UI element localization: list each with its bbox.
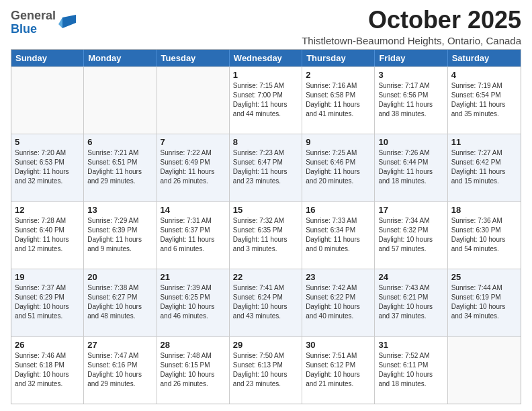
day-number: 19 bbox=[15, 272, 80, 282]
day-info: Sunrise: 7:36 AM Sunset: 6:30 PM Dayligh… bbox=[451, 216, 517, 254]
day-number: 3 bbox=[378, 70, 443, 80]
day-info: Sunrise: 7:43 AM Sunset: 6:21 PM Dayligh… bbox=[378, 283, 443, 321]
day-info: Sunrise: 7:34 AM Sunset: 6:32 PM Dayligh… bbox=[378, 216, 443, 254]
calendar: SundayMondayTuesdayWednesdayThursdayFrid… bbox=[11, 49, 521, 404]
header-day-monday: Monday bbox=[84, 50, 157, 66]
header-day-wednesday: Wednesday bbox=[230, 50, 302, 66]
day-number: 8 bbox=[233, 137, 298, 147]
day-number: 22 bbox=[233, 272, 298, 282]
day-number: 4 bbox=[451, 70, 517, 80]
day-cell-12: 12Sunrise: 7:28 AM Sunset: 6:40 PM Dayli… bbox=[11, 202, 84, 269]
day-cell-5: 5Sunrise: 7:20 AM Sunset: 6:53 PM Daylig… bbox=[11, 134, 84, 201]
day-cell-3: 3Sunrise: 7:17 AM Sunset: 6:56 PM Daylig… bbox=[375, 67, 447, 134]
day-info: Sunrise: 7:51 AM Sunset: 6:12 PM Dayligh… bbox=[306, 351, 371, 389]
week-1: 1Sunrise: 7:15 AM Sunset: 7:00 PM Daylig… bbox=[11, 66, 521, 134]
day-number: 2 bbox=[306, 70, 371, 80]
day-number: 28 bbox=[161, 340, 226, 350]
day-cell-empty-4-6 bbox=[448, 337, 521, 404]
day-info: Sunrise: 7:38 AM Sunset: 6:27 PM Dayligh… bbox=[87, 283, 152, 321]
day-number: 24 bbox=[378, 272, 443, 282]
day-number: 12 bbox=[15, 205, 80, 215]
day-info: Sunrise: 7:17 AM Sunset: 6:56 PM Dayligh… bbox=[378, 81, 443, 119]
day-cell-7: 7Sunrise: 7:22 AM Sunset: 6:49 PM Daylig… bbox=[157, 134, 230, 201]
logo: General Blue bbox=[11, 9, 76, 36]
header: General Blue October 2025 Thistletown-Be… bbox=[11, 7, 521, 46]
day-cell-31: 31Sunrise: 7:52 AM Sunset: 6:11 PM Dayli… bbox=[375, 337, 447, 404]
day-info: Sunrise: 7:26 AM Sunset: 6:44 PM Dayligh… bbox=[378, 148, 443, 186]
day-cell-22: 22Sunrise: 7:41 AM Sunset: 6:24 PM Dayli… bbox=[230, 269, 302, 336]
day-cell-24: 24Sunrise: 7:43 AM Sunset: 6:21 PM Dayli… bbox=[375, 269, 447, 336]
day-info: Sunrise: 7:37 AM Sunset: 6:29 PM Dayligh… bbox=[15, 283, 80, 321]
day-cell-13: 13Sunrise: 7:29 AM Sunset: 6:39 PM Dayli… bbox=[84, 202, 157, 269]
week-3: 12Sunrise: 7:28 AM Sunset: 6:40 PM Dayli… bbox=[11, 201, 521, 269]
day-info: Sunrise: 7:33 AM Sunset: 6:34 PM Dayligh… bbox=[306, 216, 371, 254]
day-number: 30 bbox=[306, 340, 371, 350]
calendar-body: 1Sunrise: 7:15 AM Sunset: 7:00 PM Daylig… bbox=[11, 66, 521, 404]
day-number: 17 bbox=[378, 205, 443, 215]
svg-marker-0 bbox=[62, 15, 76, 28]
header-day-thursday: Thursday bbox=[302, 50, 375, 66]
logo-icon bbox=[57, 13, 76, 32]
day-info: Sunrise: 7:19 AM Sunset: 6:54 PM Dayligh… bbox=[451, 81, 517, 119]
day-number: 13 bbox=[87, 205, 152, 215]
week-4: 19Sunrise: 7:37 AM Sunset: 6:29 PM Dayli… bbox=[11, 269, 521, 336]
day-cell-6: 6Sunrise: 7:21 AM Sunset: 6:51 PM Daylig… bbox=[84, 134, 157, 201]
day-number: 14 bbox=[161, 205, 226, 215]
day-info: Sunrise: 7:21 AM Sunset: 6:51 PM Dayligh… bbox=[87, 148, 152, 186]
day-info: Sunrise: 7:20 AM Sunset: 6:53 PM Dayligh… bbox=[15, 148, 80, 186]
page: General Blue October 2025 Thistletown-Be… bbox=[0, 0, 532, 411]
day-cell-18: 18Sunrise: 7:36 AM Sunset: 6:30 PM Dayli… bbox=[448, 202, 521, 269]
logo-general: General bbox=[11, 9, 56, 22]
day-info: Sunrise: 7:28 AM Sunset: 6:40 PM Dayligh… bbox=[15, 216, 80, 254]
day-cell-20: 20Sunrise: 7:38 AM Sunset: 6:27 PM Dayli… bbox=[84, 269, 157, 336]
day-info: Sunrise: 7:46 AM Sunset: 6:18 PM Dayligh… bbox=[15, 351, 80, 389]
day-number: 29 bbox=[233, 340, 298, 350]
header-day-tuesday: Tuesday bbox=[157, 50, 230, 66]
day-info: Sunrise: 7:25 AM Sunset: 6:46 PM Dayligh… bbox=[306, 148, 371, 186]
day-cell-14: 14Sunrise: 7:31 AM Sunset: 6:37 PM Dayli… bbox=[157, 202, 230, 269]
day-number: 15 bbox=[233, 205, 298, 215]
day-number: 16 bbox=[306, 205, 371, 215]
day-cell-16: 16Sunrise: 7:33 AM Sunset: 6:34 PM Dayli… bbox=[302, 202, 375, 269]
day-info: Sunrise: 7:39 AM Sunset: 6:25 PM Dayligh… bbox=[161, 283, 226, 321]
day-number: 5 bbox=[15, 137, 80, 147]
logo-blue: Blue bbox=[11, 22, 37, 36]
day-cell-29: 29Sunrise: 7:50 AM Sunset: 6:13 PM Dayli… bbox=[230, 337, 302, 404]
day-cell-27: 27Sunrise: 7:47 AM Sunset: 6:16 PM Dayli… bbox=[84, 337, 157, 404]
day-info: Sunrise: 7:31 AM Sunset: 6:37 PM Dayligh… bbox=[161, 216, 226, 254]
header-day-sunday: Sunday bbox=[11, 50, 84, 66]
day-info: Sunrise: 7:16 AM Sunset: 6:58 PM Dayligh… bbox=[306, 81, 371, 119]
day-info: Sunrise: 7:23 AM Sunset: 6:47 PM Dayligh… bbox=[233, 148, 298, 186]
day-cell-8: 8Sunrise: 7:23 AM Sunset: 6:47 PM Daylig… bbox=[230, 134, 302, 201]
day-number: 25 bbox=[451, 272, 517, 282]
day-cell-26: 26Sunrise: 7:46 AM Sunset: 6:18 PM Dayli… bbox=[11, 337, 84, 404]
week-5: 26Sunrise: 7:46 AM Sunset: 6:18 PM Dayli… bbox=[11, 336, 521, 404]
day-number: 18 bbox=[451, 205, 517, 215]
logo-text: General Blue bbox=[11, 9, 56, 36]
day-number: 23 bbox=[306, 272, 371, 282]
title-block: October 2025 Thistletown-Beaumond Height… bbox=[302, 7, 521, 46]
day-info: Sunrise: 7:29 AM Sunset: 6:39 PM Dayligh… bbox=[87, 216, 152, 254]
day-cell-10: 10Sunrise: 7:26 AM Sunset: 6:44 PM Dayli… bbox=[375, 134, 447, 201]
day-cell-19: 19Sunrise: 7:37 AM Sunset: 6:29 PM Dayli… bbox=[11, 269, 84, 336]
day-number: 20 bbox=[87, 272, 152, 282]
day-info: Sunrise: 7:22 AM Sunset: 6:49 PM Dayligh… bbox=[161, 148, 226, 186]
day-number: 27 bbox=[87, 340, 152, 350]
day-cell-25: 25Sunrise: 7:44 AM Sunset: 6:19 PM Dayli… bbox=[448, 269, 521, 336]
day-info: Sunrise: 7:42 AM Sunset: 6:22 PM Dayligh… bbox=[306, 283, 371, 321]
day-cell-2: 2Sunrise: 7:16 AM Sunset: 6:58 PM Daylig… bbox=[302, 67, 375, 134]
day-number: 31 bbox=[378, 340, 443, 350]
day-cell-15: 15Sunrise: 7:32 AM Sunset: 6:35 PM Dayli… bbox=[230, 202, 302, 269]
calendar-header: SundayMondayTuesdayWednesdayThursdayFrid… bbox=[11, 50, 521, 66]
day-number: 21 bbox=[161, 272, 226, 282]
day-cell-21: 21Sunrise: 7:39 AM Sunset: 6:25 PM Dayli… bbox=[157, 269, 230, 336]
day-info: Sunrise: 7:27 AM Sunset: 6:42 PM Dayligh… bbox=[451, 148, 517, 186]
day-number: 7 bbox=[161, 137, 226, 147]
day-info: Sunrise: 7:50 AM Sunset: 6:13 PM Dayligh… bbox=[233, 351, 298, 389]
day-info: Sunrise: 7:41 AM Sunset: 6:24 PM Dayligh… bbox=[233, 283, 298, 321]
day-cell-11: 11Sunrise: 7:27 AM Sunset: 6:42 PM Dayli… bbox=[448, 134, 521, 201]
header-day-friday: Friday bbox=[375, 50, 447, 66]
day-cell-empty-0-0 bbox=[11, 67, 84, 134]
day-info: Sunrise: 7:47 AM Sunset: 6:16 PM Dayligh… bbox=[87, 351, 152, 389]
svg-marker-1 bbox=[58, 17, 62, 28]
